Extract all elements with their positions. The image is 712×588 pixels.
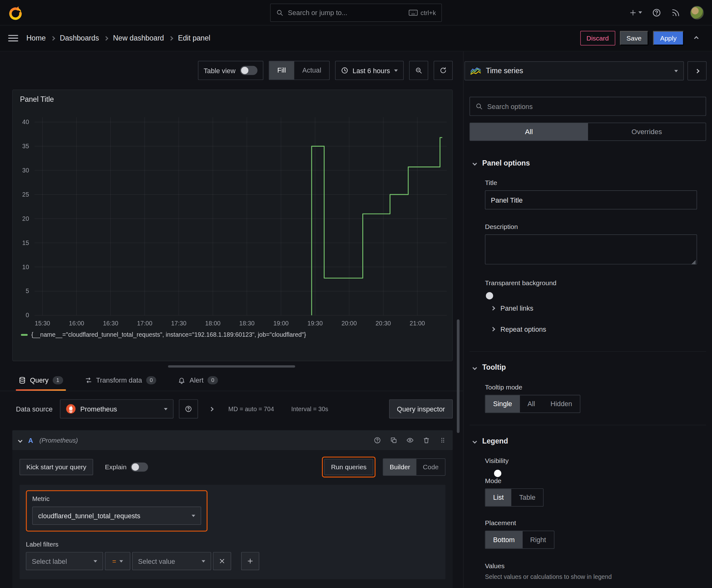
mode-list-option[interactable]: List — [486, 489, 511, 506]
timeseries-viz-icon — [471, 67, 481, 75]
legend-mode-label: Mode — [485, 477, 697, 484]
table-view-switch[interactable] — [240, 66, 257, 75]
tab-alert[interactable]: Alert 0 — [175, 370, 221, 391]
tab-overrides[interactable]: Overrides — [588, 123, 706, 141]
breadcrumb-new-dashboard[interactable]: New dashboard — [113, 34, 164, 42]
actual-option[interactable]: Actual — [294, 61, 329, 80]
tooltip-single-option[interactable]: Single — [486, 395, 520, 413]
run-queries-highlight: Run queries — [322, 457, 376, 478]
fill-actual-radio: Fill Actual — [269, 61, 330, 80]
code-option[interactable]: Code — [416, 459, 445, 475]
fill-option[interactable]: Fill — [269, 61, 294, 80]
legend-mode-radio: List Table — [485, 488, 544, 507]
plus-icon — [246, 558, 254, 565]
mode-table-option[interactable]: Table — [511, 489, 543, 506]
transform-count-badge: 0 — [146, 376, 156, 384]
tooltip-mode-radio: Single All Hidden — [485, 395, 580, 413]
collapse-header-button[interactable] — [688, 31, 704, 45]
builder-code-radio: Builder Code — [383, 458, 446, 476]
help-button[interactable] — [652, 8, 661, 17]
tooltip-section: Tooltip Tooltip mode Single All Hidden — [470, 351, 706, 413]
explain-switch[interactable] — [131, 462, 148, 471]
refresh-icon — [439, 67, 447, 74]
panel-title-input[interactable] — [485, 190, 697, 210]
svg-text:16:00: 16:00 — [69, 320, 84, 327]
tooltip-all-option[interactable]: All — [520, 395, 543, 413]
rss-icon — [671, 8, 680, 17]
save-button[interactable]: Save — [620, 31, 648, 45]
panel-resize-handle[interactable] — [168, 365, 295, 368]
search-icon — [475, 103, 482, 110]
delete-query-icon[interactable] — [423, 437, 430, 444]
panel-links-section[interactable]: Panel links — [491, 297, 697, 318]
select-value-dropdown[interactable]: Select value — [132, 552, 211, 570]
query-ref-id[interactable]: A — [28, 436, 33, 444]
tab-all[interactable]: All — [470, 123, 588, 141]
query-options-expand-icon[interactable] — [209, 407, 214, 411]
new-menu-button[interactable] — [629, 9, 642, 16]
visualization-picker[interactable]: Time series — [465, 61, 684, 80]
repeat-options-section[interactable]: Repeat options — [491, 318, 697, 339]
datasource-row: Data source Prometheus — [12, 399, 453, 418]
zoom-out-button[interactable] — [409, 61, 428, 80]
left-pane-scrollbar[interactable] — [457, 319, 459, 433]
query-help-icon[interactable] — [373, 437, 381, 444]
menu-toggle-icon[interactable] — [8, 33, 18, 43]
timeseries-chart[interactable]: 051015202530354015:3016:0016:3017:0017:3… — [13, 106, 452, 329]
table-view-toggle[interactable]: Table view — [198, 61, 263, 80]
tab-query[interactable]: Query 1 — [16, 370, 66, 391]
breadcrumb-home[interactable]: Home — [26, 34, 46, 42]
chevron-down-icon — [93, 560, 97, 562]
chevron-up-icon — [694, 36, 698, 40]
global-search-input[interactable]: Search or jump to... ctrl+k — [270, 3, 442, 22]
breadcrumb: Home Dashboards New dashboard Edit panel — [26, 34, 210, 42]
search-placeholder: Search or jump to... — [288, 8, 347, 16]
user-avatar[interactable] — [690, 6, 704, 19]
builder-option[interactable]: Builder — [383, 459, 416, 475]
add-filter-button[interactable] — [241, 552, 259, 570]
panel-options-header[interactable]: Panel options — [473, 159, 702, 167]
description-textarea[interactable] — [485, 234, 697, 264]
label-filters-row: Select label = Select value — [26, 552, 439, 570]
collapse-query-icon[interactable] — [18, 438, 22, 442]
tab-transform-data[interactable]: Transform data 0 — [82, 370, 159, 391]
tooltip-hidden-option[interactable]: Hidden — [543, 395, 580, 413]
discard-button[interactable]: Discard — [580, 31, 615, 45]
svg-text:20: 20 — [22, 215, 29, 222]
select-label-dropdown[interactable]: Select label — [26, 552, 103, 570]
legend-section: Legend Visibility Mode List Table Placem… — [470, 425, 706, 580]
duplicate-query-icon[interactable] — [390, 437, 397, 444]
chevron-down-icon — [473, 161, 477, 165]
svg-text:0: 0 — [26, 312, 29, 318]
time-range-label: Last 6 hours — [352, 67, 390, 75]
svg-text:18:00: 18:00 — [205, 320, 221, 327]
time-range-picker[interactable]: Last 6 hours — [335, 61, 404, 80]
apply-button[interactable]: Apply — [653, 31, 684, 45]
placement-bottom-option[interactable]: Bottom — [486, 531, 522, 548]
tooltip-header[interactable]: Tooltip — [473, 363, 702, 372]
svg-text:5: 5 — [26, 288, 29, 294]
placement-right-option[interactable]: Right — [522, 531, 554, 548]
legend-series-label[interactable]: {__name__="cloudflared_tunnel_total_requ… — [31, 331, 306, 338]
datasource-picker[interactable]: Prometheus — [60, 399, 174, 418]
disable-query-icon[interactable] — [407, 437, 414, 444]
query-inspector-button[interactable]: Query inspector — [389, 399, 453, 418]
metric-select[interactable]: cloudflared_tunnel_total_requests — [33, 507, 201, 525]
run-queries-button[interactable]: Run queries — [324, 459, 373, 475]
datasource-help-button[interactable] — [179, 399, 198, 418]
svg-text:17:00: 17:00 — [137, 320, 152, 327]
grafana-logo-icon[interactable] — [8, 5, 23, 20]
operator-dropdown[interactable]: = — [105, 552, 130, 570]
collapse-options-pane-button[interactable] — [688, 61, 707, 80]
news-button[interactable] — [671, 8, 680, 17]
remove-filter-button[interactable] — [213, 552, 231, 570]
drag-handle-icon[interactable] — [439, 437, 447, 444]
kick-start-button[interactable]: Kick start your query — [19, 459, 93, 475]
search-options-box[interactable] — [470, 97, 706, 116]
search-options-input[interactable] — [487, 102, 700, 110]
breadcrumb-dashboards[interactable]: Dashboards — [60, 34, 99, 42]
legend-series-swatch[interactable] — [21, 334, 28, 335]
query-editor: Data source Prometheus — [12, 399, 453, 588]
refresh-button[interactable] — [434, 61, 453, 80]
legend-header[interactable]: Legend — [473, 437, 702, 445]
